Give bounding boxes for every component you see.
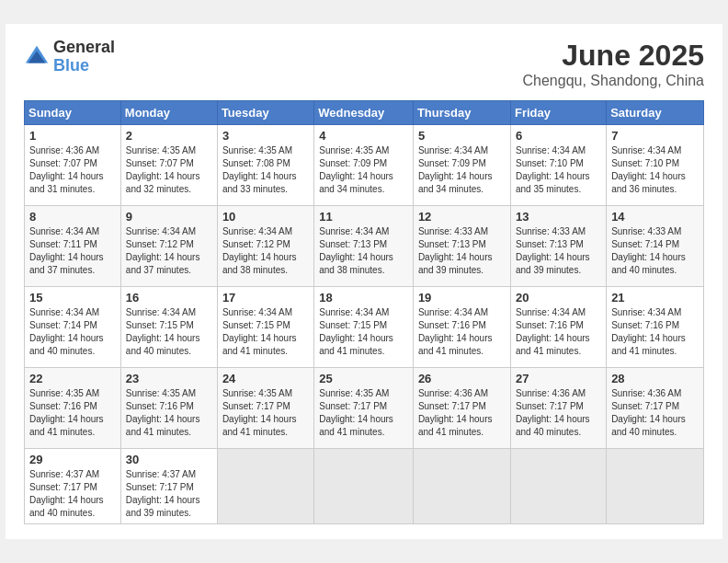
location-subtitle: Chengqu, Shandong, China bbox=[523, 73, 705, 89]
header-monday: Monday bbox=[120, 101, 217, 125]
day-number: 10 bbox=[222, 210, 309, 224]
day-info: Sunrise: 4:34 AMSunset: 7:14 PMDaylight:… bbox=[29, 306, 116, 358]
table-row: 7Sunrise: 4:34 AMSunset: 7:10 PMDaylight… bbox=[607, 125, 704, 206]
table-row: 5Sunrise: 4:34 AMSunset: 7:09 PMDaylight… bbox=[413, 125, 510, 206]
day-number: 13 bbox=[516, 210, 601, 224]
table-row: 19Sunrise: 4:34 AMSunset: 7:16 PMDayligh… bbox=[413, 287, 510, 368]
table-row: 23Sunrise: 4:35 AMSunset: 7:16 PMDayligh… bbox=[120, 368, 217, 449]
table-row: 24Sunrise: 4:35 AMSunset: 7:17 PMDayligh… bbox=[217, 368, 313, 449]
day-info: Sunrise: 4:35 AMSunset: 7:17 PMDaylight:… bbox=[319, 387, 408, 439]
table-row: 2Sunrise: 4:35 AMSunset: 7:07 PMDaylight… bbox=[120, 125, 217, 206]
day-info: Sunrise: 4:36 AMSunset: 7:17 PMDaylight:… bbox=[516, 387, 601, 439]
day-info: Sunrise: 4:37 AMSunset: 7:17 PMDaylight:… bbox=[29, 468, 116, 520]
table-row: 28Sunrise: 4:36 AMSunset: 7:17 PMDayligh… bbox=[607, 368, 704, 449]
day-number: 26 bbox=[418, 372, 506, 385]
logo-general: General bbox=[53, 39, 115, 57]
header-tuesday: Tuesday bbox=[217, 101, 313, 125]
day-number: 28 bbox=[611, 372, 699, 385]
table-row: 16Sunrise: 4:34 AMSunset: 7:15 PMDayligh… bbox=[120, 287, 217, 368]
day-number: 22 bbox=[29, 372, 116, 385]
table-row: 27Sunrise: 4:36 AMSunset: 7:17 PMDayligh… bbox=[511, 368, 607, 449]
day-number: 27 bbox=[516, 372, 601, 385]
day-info: Sunrise: 4:34 AMSunset: 7:15 PMDaylight:… bbox=[222, 306, 309, 358]
table-row: 15Sunrise: 4:34 AMSunset: 7:14 PMDayligh… bbox=[25, 287, 121, 368]
header-saturday: Saturday bbox=[607, 101, 704, 125]
day-number: 21 bbox=[611, 291, 699, 304]
header-thursday: Thursday bbox=[413, 101, 510, 125]
day-info: Sunrise: 4:34 AMSunset: 7:12 PMDaylight:… bbox=[222, 225, 309, 277]
day-number: 6 bbox=[516, 129, 601, 143]
day-info: Sunrise: 4:36 AMSunset: 7:07 PMDaylight:… bbox=[29, 144, 116, 196]
logo: General Blue bbox=[24, 39, 115, 75]
table-row: 13Sunrise: 4:33 AMSunset: 7:13 PMDayligh… bbox=[511, 206, 607, 287]
day-info: Sunrise: 4:33 AMSunset: 7:13 PMDaylight:… bbox=[516, 225, 601, 277]
day-info: Sunrise: 4:34 AMSunset: 7:12 PMDaylight:… bbox=[126, 225, 212, 277]
month-title: June 2025 bbox=[523, 39, 705, 73]
day-number: 11 bbox=[319, 210, 408, 224]
header-friday: Friday bbox=[511, 101, 607, 125]
table-row: 21Sunrise: 4:34 AMSunset: 7:16 PMDayligh… bbox=[607, 287, 704, 368]
day-number: 15 bbox=[29, 291, 116, 304]
table-row bbox=[413, 449, 510, 524]
day-number: 19 bbox=[418, 291, 506, 304]
title-area: June 2025 Chengqu, Shandong, China bbox=[523, 39, 705, 89]
day-info: Sunrise: 4:37 AMSunset: 7:17 PMDaylight:… bbox=[126, 468, 212, 520]
day-info: Sunrise: 4:34 AMSunset: 7:10 PMDaylight:… bbox=[516, 144, 601, 196]
day-info: Sunrise: 4:33 AMSunset: 7:14 PMDaylight:… bbox=[611, 225, 699, 277]
header-sunday: Sunday bbox=[25, 101, 121, 125]
table-row: 14Sunrise: 4:33 AMSunset: 7:14 PMDayligh… bbox=[607, 206, 704, 287]
table-row: 12Sunrise: 4:33 AMSunset: 7:13 PMDayligh… bbox=[413, 206, 510, 287]
day-info: Sunrise: 4:34 AMSunset: 7:15 PMDaylight:… bbox=[319, 306, 408, 358]
logo-text: General Blue bbox=[53, 39, 115, 75]
table-row: 1Sunrise: 4:36 AMSunset: 7:07 PMDaylight… bbox=[25, 125, 121, 206]
header-wednesday: Wednesday bbox=[314, 101, 414, 125]
table-row: 22Sunrise: 4:35 AMSunset: 7:16 PMDayligh… bbox=[25, 368, 121, 449]
day-number: 4 bbox=[319, 129, 408, 143]
day-info: Sunrise: 4:34 AMSunset: 7:13 PMDaylight:… bbox=[319, 225, 408, 277]
calendar-header-row: Sunday Monday Tuesday Wednesday Thursday… bbox=[25, 101, 704, 125]
table-row: 26Sunrise: 4:36 AMSunset: 7:17 PMDayligh… bbox=[413, 368, 510, 449]
table-row: 30Sunrise: 4:37 AMSunset: 7:17 PMDayligh… bbox=[120, 449, 217, 524]
day-number: 16 bbox=[126, 291, 212, 304]
table-row: 3Sunrise: 4:35 AMSunset: 7:08 PMDaylight… bbox=[217, 125, 313, 206]
day-number: 17 bbox=[222, 291, 309, 304]
day-number: 14 bbox=[611, 210, 699, 224]
table-row: 8Sunrise: 4:34 AMSunset: 7:11 PMDaylight… bbox=[25, 206, 121, 287]
table-row bbox=[511, 449, 607, 524]
table-row bbox=[314, 449, 414, 524]
day-info: Sunrise: 4:35 AMSunset: 7:16 PMDaylight:… bbox=[29, 387, 116, 439]
day-info: Sunrise: 4:35 AMSunset: 7:07 PMDaylight:… bbox=[126, 144, 212, 196]
day-number: 8 bbox=[29, 210, 116, 224]
table-row: 18Sunrise: 4:34 AMSunset: 7:15 PMDayligh… bbox=[314, 287, 414, 368]
day-number: 2 bbox=[126, 129, 212, 143]
calendar-page: General Blue June 2025 Chengqu, Shandong… bbox=[6, 24, 722, 539]
day-info: Sunrise: 4:34 AMSunset: 7:16 PMDaylight:… bbox=[418, 306, 506, 358]
day-info: Sunrise: 4:35 AMSunset: 7:08 PMDaylight:… bbox=[222, 144, 309, 196]
day-info: Sunrise: 4:34 AMSunset: 7:16 PMDaylight:… bbox=[516, 306, 601, 358]
calendar-table: Sunday Monday Tuesday Wednesday Thursday… bbox=[24, 100, 704, 524]
day-number: 12 bbox=[418, 210, 506, 224]
table-row: 25Sunrise: 4:35 AMSunset: 7:17 PMDayligh… bbox=[314, 368, 414, 449]
generalblue-logo-icon bbox=[24, 44, 50, 70]
table-row: 11Sunrise: 4:34 AMSunset: 7:13 PMDayligh… bbox=[314, 206, 414, 287]
day-number: 20 bbox=[516, 291, 601, 304]
day-info: Sunrise: 4:36 AMSunset: 7:17 PMDaylight:… bbox=[611, 387, 699, 439]
day-info: Sunrise: 4:34 AMSunset: 7:11 PMDaylight:… bbox=[29, 225, 116, 277]
day-number: 23 bbox=[126, 372, 212, 385]
day-number: 5 bbox=[418, 129, 506, 143]
day-info: Sunrise: 4:35 AMSunset: 7:16 PMDaylight:… bbox=[126, 387, 212, 439]
table-row bbox=[607, 449, 704, 524]
table-row: 10Sunrise: 4:34 AMSunset: 7:12 PMDayligh… bbox=[217, 206, 313, 287]
day-number: 9 bbox=[126, 210, 212, 224]
table-row: 4Sunrise: 4:35 AMSunset: 7:09 PMDaylight… bbox=[314, 125, 414, 206]
day-number: 1 bbox=[29, 129, 116, 143]
table-row: 9Sunrise: 4:34 AMSunset: 7:12 PMDaylight… bbox=[120, 206, 217, 287]
day-number: 7 bbox=[611, 129, 699, 143]
table-row: 17Sunrise: 4:34 AMSunset: 7:15 PMDayligh… bbox=[217, 287, 313, 368]
day-info: Sunrise: 4:33 AMSunset: 7:13 PMDaylight:… bbox=[418, 225, 506, 277]
day-number: 3 bbox=[222, 129, 309, 143]
table-row: 20Sunrise: 4:34 AMSunset: 7:16 PMDayligh… bbox=[511, 287, 607, 368]
day-number: 29 bbox=[29, 453, 116, 466]
day-info: Sunrise: 4:34 AMSunset: 7:15 PMDaylight:… bbox=[126, 306, 212, 358]
day-info: Sunrise: 4:35 AMSunset: 7:17 PMDaylight:… bbox=[222, 387, 309, 439]
